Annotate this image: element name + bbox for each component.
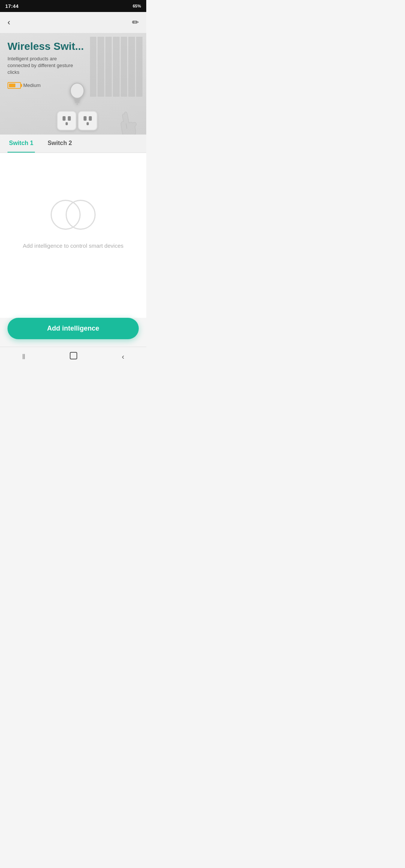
outlet-hole-left <box>63 116 66 121</box>
top-nav: ‹ ✏ <box>0 12 146 33</box>
outlet-hole-bottom-2 <box>87 122 89 125</box>
status-bar: 17:44 65% <box>0 0 146 12</box>
svg-rect-2 <box>75 100 80 101</box>
hero-description: Intelligent products are connected by di… <box>8 55 75 76</box>
battery-label: Medium <box>23 82 40 88</box>
home-button[interactable] <box>62 348 86 365</box>
hero-section: Wireless Swit... Intelligent products ar… <box>0 33 146 153</box>
recent-apps-icon: ⦀ <box>22 352 25 361</box>
main-content: Add intelligence to control smart device… <box>0 153 146 318</box>
hero-devices <box>57 82 98 130</box>
hero-title: Wireless Swit... <box>8 40 139 52</box>
svg-rect-1 <box>74 98 80 100</box>
empty-illustration <box>51 200 96 233</box>
back-nav-button[interactable]: ‹ <box>114 349 132 364</box>
battery-level: 65% <box>133 4 141 8</box>
tab-switch-1[interactable]: Switch 1 <box>8 135 35 153</box>
outlet-hole-bottom <box>66 122 68 125</box>
svg-point-0 <box>70 83 84 98</box>
outlet-1 <box>57 111 76 130</box>
outlet-hole-left-2 <box>84 116 87 121</box>
bottom-nav: ⦀ ‹ <box>0 347 146 368</box>
empty-state-text: Add intelligence to control smart device… <box>23 242 123 249</box>
outlet-holes-1 <box>63 116 71 121</box>
battery-icon <box>8 82 21 89</box>
recent-apps-button[interactable]: ⦀ <box>15 349 33 364</box>
svg-rect-6 <box>70 352 77 359</box>
status-icons: 65% <box>133 4 141 8</box>
bulb-icon <box>68 82 86 109</box>
outlet-holes-2 <box>84 116 92 121</box>
outlet-hole-right <box>68 116 71 121</box>
status-time: 17:44 <box>5 3 19 9</box>
tab-switch-2[interactable]: Switch 2 <box>46 135 74 153</box>
back-nav-icon: ‹ <box>122 352 124 361</box>
outlet-hole-right-2 <box>89 116 92 121</box>
back-button[interactable]: ‹ <box>8 18 10 27</box>
hero-content: Wireless Swit... Intelligent products ar… <box>8 40 139 89</box>
tabs-container: Switch 1 Switch 2 <box>0 135 146 153</box>
battery-fill <box>9 84 15 87</box>
svg-rect-3 <box>75 102 80 103</box>
outlet-2 <box>78 111 98 130</box>
add-intelligence-button[interactable]: Add intelligence <box>8 318 139 339</box>
edit-button[interactable]: ✏ <box>132 18 139 27</box>
empty-circle-right <box>66 200 96 230</box>
home-icon <box>69 353 78 362</box>
outlet-container <box>57 111 98 130</box>
